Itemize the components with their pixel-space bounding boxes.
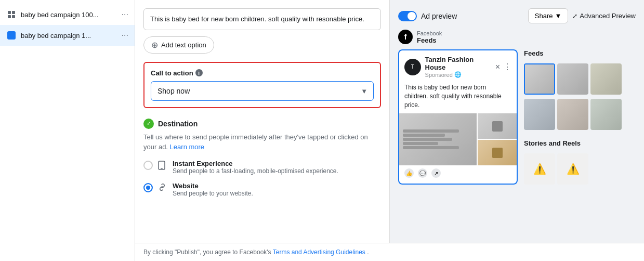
website-title: Website bbox=[173, 182, 253, 190]
terms-link[interactable]: Terms and Advertising Guidelines bbox=[273, 249, 365, 256]
check-icon: ✓ bbox=[143, 119, 154, 129]
instant-experience-title: Instant Experience bbox=[173, 160, 338, 167]
website-radio[interactable] bbox=[143, 183, 153, 192]
sidebar-item-campaign2[interactable]: baby bed campaign 1... ··· bbox=[0, 25, 135, 46]
feeds-thumbnail-label: Feeds bbox=[524, 49, 622, 57]
ad-text-area[interactable]: This is baby bed for new born children. … bbox=[143, 8, 381, 30]
preview-header: Ad preview Share ▼ ⤢ Advanced Preview bbox=[398, 8, 636, 23]
plus-icon: ⊕ bbox=[151, 40, 158, 50]
ad-side-image-1 bbox=[478, 113, 517, 139]
ad-sponsored: Sponsored 🌐 bbox=[425, 71, 495, 78]
feed-thumb-5[interactable] bbox=[557, 99, 588, 130]
destination-description: Tell us where to send people immediately… bbox=[143, 132, 381, 152]
preview-content: T Tanzin Fashion House Sponsored 🌐 × bbox=[398, 49, 636, 185]
ad-body-text: This is baby bed for new born children. … bbox=[399, 83, 517, 113]
destination-title: Destination bbox=[158, 120, 198, 128]
stories-label: Stories and Reels bbox=[524, 139, 622, 147]
feeds-thumb-row bbox=[524, 63, 622, 95]
ad-name-group: Tanzin Fashion House Sponsored 🌐 bbox=[425, 56, 495, 78]
ad-preview-toggle-switch[interactable] bbox=[398, 11, 417, 21]
grid-icon bbox=[6, 9, 17, 20]
share-label: Share bbox=[535, 12, 553, 20]
svg-rect-1 bbox=[161, 168, 163, 169]
mobile-icon bbox=[158, 161, 167, 170]
ad-name: Tanzin Fashion House bbox=[425, 56, 495, 71]
square-icon bbox=[6, 30, 17, 41]
ad-card-header: T Tanzin Fashion House Sponsored 🌐 × bbox=[399, 50, 517, 83]
add-text-label: Add text option bbox=[161, 41, 206, 49]
more-options-icon-1[interactable]: ··· bbox=[122, 10, 128, 19]
more-icon[interactable]: ⋮ bbox=[503, 62, 511, 72]
website-desc: Send people to your website. bbox=[173, 190, 253, 197]
share-button[interactable]: Share ▼ bbox=[528, 8, 569, 23]
close-icon[interactable]: × bbox=[495, 62, 500, 72]
cta-label-text: Call to action bbox=[151, 69, 193, 77]
feeds-thumb-row-2 bbox=[524, 99, 622, 130]
feeds-thumbnails: Feeds bbox=[524, 49, 622, 185]
ad-preview-label: Ad preview bbox=[421, 12, 457, 20]
destination-header: ✓ Destination bbox=[143, 119, 381, 129]
sidebar-item-campaign1[interactable]: baby bed campaign 100... ··· bbox=[0, 4, 135, 25]
sidebar-item-label-1: baby bed campaign 100... bbox=[21, 11, 117, 19]
ad-side-image-2 bbox=[478, 140, 517, 165]
bottom-bar-period: . bbox=[367, 249, 369, 256]
feed-thumb-3[interactable] bbox=[590, 63, 622, 95]
website-content: Website Send people to your website. bbox=[173, 182, 253, 197]
add-text-option-button[interactable]: ⊕ Add text option bbox=[143, 36, 214, 54]
stories-row: ⚠️ ⚠️ bbox=[524, 153, 622, 185]
learn-more-link[interactable]: Learn more bbox=[170, 143, 204, 151]
instant-experience-content: Instant Experience Send people to a fast… bbox=[173, 160, 338, 175]
facebook-feeds-text: Facebook Feeds bbox=[417, 30, 442, 44]
bottom-bar: By clicking "Publish", you agree to Face… bbox=[135, 243, 644, 261]
facebook-label: Facebook bbox=[417, 30, 442, 36]
more-options-icon-2[interactable]: ··· bbox=[122, 31, 128, 40]
destination-section: ✓ Destination Tell us where to send peop… bbox=[143, 116, 381, 206]
expand-icon: ⤢ bbox=[572, 12, 577, 20]
feeds-subtitle: Feeds bbox=[417, 36, 442, 44]
sidebar-item-label-2: baby bed campaign 1... bbox=[21, 32, 117, 40]
cta-label: Call to action i bbox=[151, 69, 374, 77]
cta-select-wrapper: Shop now Learn More Sign Up Book Now Con… bbox=[151, 81, 374, 101]
like-icon[interactable]: 👍 bbox=[404, 168, 414, 178]
ad-avatar: T bbox=[404, 59, 421, 75]
share-icon[interactable]: ↗ bbox=[431, 168, 441, 178]
sidebar: baby bed campaign 100... ··· baby bed ca… bbox=[0, 0, 135, 261]
preview-panel: Ad preview Share ▼ ⤢ Advanced Preview f bbox=[390, 0, 644, 243]
advanced-preview-button[interactable]: ⤢ Advanced Preview bbox=[572, 12, 636, 20]
instant-experience-desc: Send people to a fast-loading, mobile-op… bbox=[173, 167, 338, 175]
call-to-action-section: Call to action i Shop now Learn More Sig… bbox=[143, 62, 381, 108]
facebook-feeds-header: f Facebook Feeds bbox=[398, 30, 636, 44]
globe-icon: 🌐 bbox=[454, 71, 462, 78]
editor-preview-wrapper: This is baby bed for new born children. … bbox=[135, 0, 644, 243]
ad-main-image bbox=[399, 113, 477, 165]
ad-images bbox=[399, 113, 517, 165]
ad-action-row: 👍 💬 ↗ bbox=[399, 165, 517, 181]
ad-card-actions: × ⋮ bbox=[495, 62, 511, 72]
comment-icon[interactable]: 💬 bbox=[418, 168, 427, 178]
feed-thumb-2[interactable] bbox=[557, 63, 588, 95]
instant-experience-radio[interactable] bbox=[143, 161, 153, 170]
story-thumb-2[interactable]: ⚠️ bbox=[557, 153, 588, 185]
preview-actions: Share ▼ ⤢ Advanced Preview bbox=[528, 8, 636, 23]
cta-select[interactable]: Shop now Learn More Sign Up Book Now Con… bbox=[151, 81, 374, 101]
link-icon bbox=[158, 183, 167, 192]
bottom-bar-text: By clicking "Publish", you agree to Face… bbox=[143, 249, 271, 256]
facebook-icon: f bbox=[398, 30, 413, 44]
ad-preview-toggle: Ad preview bbox=[398, 11, 457, 21]
warning-icon-1: ⚠️ bbox=[533, 163, 546, 175]
website-option[interactable]: Website Send people to your website. bbox=[143, 182, 381, 197]
advanced-preview-label: Advanced Preview bbox=[580, 12, 636, 20]
feed-thumb-4[interactable] bbox=[524, 99, 555, 130]
feed-thumb-6[interactable] bbox=[590, 99, 622, 130]
ad-side-images bbox=[478, 113, 517, 165]
story-thumb-1[interactable]: ⚠️ bbox=[524, 153, 555, 185]
warning-icon-2: ⚠️ bbox=[567, 163, 580, 175]
feed-thumb-1[interactable] bbox=[524, 63, 555, 95]
info-icon: i bbox=[195, 69, 203, 76]
editor-panel: This is baby bed for new born children. … bbox=[135, 0, 390, 243]
ad-profile: T Tanzin Fashion House Sponsored 🌐 bbox=[404, 56, 495, 78]
share-dropdown-icon: ▼ bbox=[555, 12, 561, 20]
ad-card: T Tanzin Fashion House Sponsored 🌐 × bbox=[398, 49, 518, 185]
instant-experience-option[interactable]: Instant Experience Send people to a fast… bbox=[143, 160, 381, 175]
main-content: This is baby bed for new born children. … bbox=[135, 0, 644, 261]
